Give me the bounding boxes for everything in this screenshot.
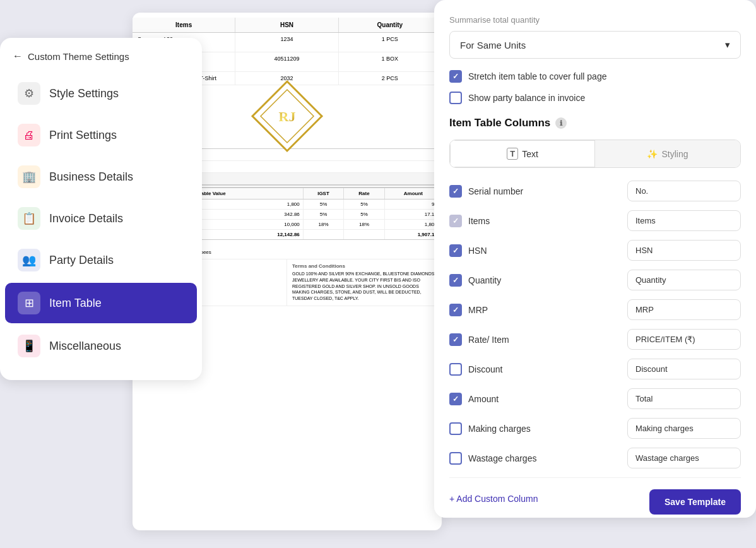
sidebar-label-item-table: Item Table (49, 297, 102, 310)
sidebar-item-invoice[interactable]: 📋 Invoice Details (5, 198, 197, 239)
sidebar-item-party[interactable]: 👥 Party Details (5, 240, 197, 280)
column-row-wastage: Wastage charges (449, 448, 741, 468)
terms-label: Terms and Conditions (292, 263, 436, 269)
invoice-row-qty-0: 1 PCS (339, 33, 442, 52)
col-input-discount[interactable] (627, 359, 741, 379)
col-input-items[interactable] (627, 210, 741, 231)
column-tabs: T Text ✨ Styling (449, 140, 741, 168)
summarise-dropdown[interactable]: For Same Units ▾ (449, 31, 741, 59)
invoice-col-items: Items (133, 18, 235, 32)
chevron-down-icon: ▾ (725, 39, 730, 51)
back-nav-label: Custom Theme Settings (28, 51, 129, 62)
back-navigation[interactable]: ← Custom Theme Settings (0, 51, 202, 72)
col-checkbox-making[interactable] (449, 422, 462, 435)
item-table-icon: ⊞ (18, 292, 40, 314)
invoice-row-qty-2: 2 PCS (339, 72, 442, 85)
invoice-row-hsn-1: 40511209 (235, 52, 338, 71)
sidebar-item-print[interactable]: 🖨 Print Settings (5, 115, 197, 155)
invoice-col-hsn: HSN (235, 18, 338, 32)
check-icon: ✓ (452, 217, 459, 225)
party-balance-checkbox-row: Show party balance in invoice (449, 92, 741, 104)
totals-col-rate: Rate (344, 188, 384, 199)
sidebar-item-business[interactable]: 🏢 Business Details (5, 157, 197, 197)
bottom-bar: + Add Custom Column Save Template (449, 477, 741, 515)
save-template-button[interactable]: Save Template (649, 489, 741, 515)
sidebar: ← Custom Theme Settings ⚙ Style Settings… (0, 38, 202, 380)
col-checkbox-hsn[interactable]: ✓ (449, 244, 462, 257)
col-input-serial[interactable] (627, 181, 741, 201)
text-tab-icon: T (507, 148, 518, 160)
invoice-col-qty: Quantity (339, 18, 442, 32)
sidebar-item-style[interactable]: ⚙ Style Settings (5, 73, 197, 114)
tr3-amount: 1,907.1... (385, 230, 442, 239)
info-icon[interactable]: ℹ (555, 117, 567, 129)
diamond-logo: RJ (249, 78, 325, 154)
sidebar-label-party: Party Details (49, 254, 114, 267)
tr2-taxable: 10,000 (189, 220, 304, 229)
tr3-taxable: 12,142.86 (189, 230, 304, 239)
col-label-wastage: Wastage charges (468, 453, 621, 463)
party-balance-label: Show party balance in invoice (468, 93, 585, 103)
totals-col-taxable: Taxable Value (189, 188, 304, 199)
sidebar-item-item-table[interactable]: ⊞ Item Table (5, 283, 197, 323)
style-icon: ⚙ (18, 82, 40, 105)
check-icon: ✓ (452, 306, 459, 314)
sidebar-label-invoice: Invoice Details (49, 212, 123, 225)
svg-text:RJ: RJ (279, 109, 296, 124)
check-icon: ✓ (452, 335, 459, 344)
col-label-mrp: MRP (468, 305, 621, 315)
stretch-checkbox[interactable]: ✓ (449, 70, 462, 83)
invoice-icon: 📋 (18, 207, 40, 230)
column-row-rate_item: ✓ Rate/ Item (449, 329, 741, 350)
col-input-mrp[interactable] (627, 299, 741, 320)
col-checkbox-amount[interactable]: ✓ (449, 393, 462, 405)
tab-text-label: Text (522, 149, 538, 159)
stretch-label: Stretch item table to cover full page (468, 71, 606, 81)
check-icon: ✓ (452, 187, 459, 196)
tab-styling-label: Styling (661, 149, 688, 159)
col-checkbox-rate_item[interactable]: ✓ (449, 333, 462, 346)
col-input-rate_item[interactable] (627, 329, 741, 350)
col-label-amount: Amount (468, 394, 621, 404)
col-checkbox-items[interactable]: ✓ (449, 215, 462, 227)
col-input-wastage[interactable] (627, 448, 741, 468)
tr1-rate2: 5% (344, 210, 384, 219)
tr1-rate: 5% (304, 210, 344, 219)
terms-value: GOLD 100% AND SILVER 90% EXCHANGE, BLUES… (292, 271, 436, 302)
tr0-amount: 9... (385, 200, 442, 209)
tr0-rate2: 5% (344, 200, 384, 209)
col-label-discount: Discount (468, 364, 621, 374)
sidebar-item-misc[interactable]: 📱 Miscellaneous (5, 326, 197, 366)
col-label-quantity: Quantity (468, 275, 621, 285)
sidebar-label-misc: Miscellaneous (49, 340, 121, 353)
tr2-rate2: 18% (344, 220, 384, 229)
col-checkbox-wastage[interactable] (449, 452, 462, 465)
column-row-hsn: ✓ HSN (449, 240, 741, 261)
tr2-amount: 1,80... (385, 220, 442, 229)
col-input-amount[interactable] (627, 388, 741, 409)
col-checkbox-serial[interactable]: ✓ (449, 185, 462, 198)
invoice-row-qty-1: 1 BOX (339, 52, 442, 71)
col-checkbox-mrp[interactable]: ✓ (449, 304, 462, 316)
columns-title-text: Item Table Columns (449, 117, 550, 129)
tr0-rate: 5% (304, 200, 344, 209)
tab-styling[interactable]: ✨ Styling (595, 140, 740, 167)
col-input-quantity[interactable] (627, 270, 741, 290)
party-balance-checkbox[interactable] (449, 92, 462, 104)
col-input-making[interactable] (627, 418, 741, 439)
tr3-rate (304, 230, 344, 239)
add-column-link[interactable]: + Add Custom Column (449, 487, 538, 510)
print-icon: 🖨 (18, 124, 40, 146)
check-icon: ✓ (452, 395, 459, 403)
sidebar-label-style: Style Settings (49, 87, 119, 100)
stretch-checkbox-row: ✓ Stretch item table to cover full page (449, 70, 741, 83)
check-icon: ✓ (452, 72, 459, 81)
tr3-rate2 (344, 230, 384, 239)
back-arrow-icon: ← (13, 51, 23, 62)
tr1-taxable: 342.86 (189, 210, 304, 219)
tab-text[interactable]: T Text (450, 140, 595, 167)
col-checkbox-quantity[interactable]: ✓ (449, 274, 462, 287)
col-input-hsn[interactable] (627, 240, 741, 261)
columns-container: ✓ Serial number ✓ Items ✓ HSN ✓ Quantity… (449, 181, 741, 468)
col-checkbox-discount[interactable] (449, 363, 462, 376)
